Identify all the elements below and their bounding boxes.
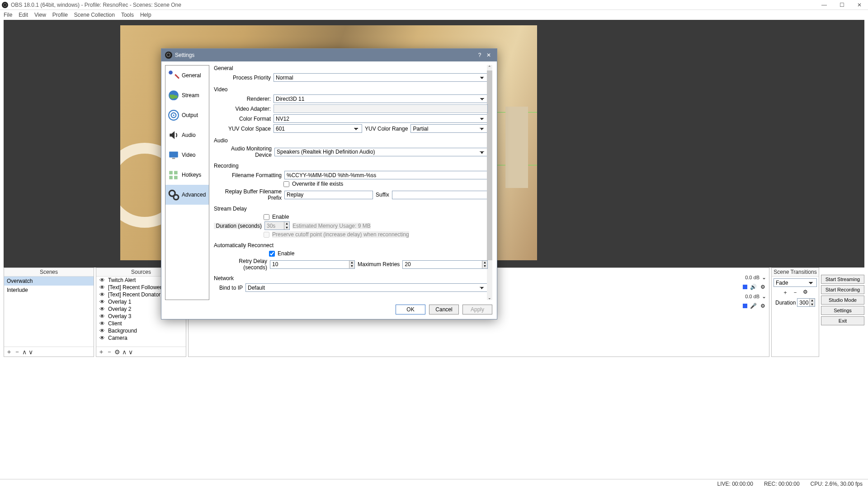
chevron-down-icon[interactable]: ⌄	[762, 293, 766, 300]
menubar: File Edit View Profile Scene Collection …	[0, 10, 868, 20]
menu-edit[interactable]: Edit	[19, 12, 28, 18]
settings-dialog: Settings ? ✕ General Stream Output Audio	[161, 48, 497, 319]
start-streaming-button[interactable]: Start Streaming	[821, 275, 864, 284]
ok-button[interactable]: OK	[396, 305, 425, 314]
retry-delay-input[interactable]	[270, 260, 355, 269]
exit-button[interactable]: Exit	[821, 316, 864, 325]
help-icon[interactable]: ?	[475, 52, 484, 58]
scene-item[interactable]: Interlude	[4, 286, 94, 295]
move-up-icon[interactable]: ∧	[22, 348, 27, 356]
sidebar-item-stream[interactable]: Stream	[165, 85, 209, 105]
filename-format-input[interactable]	[284, 171, 488, 179]
transition-select[interactable]: Fade	[774, 278, 817, 287]
source-label: Camera	[108, 335, 127, 341]
sidebar-item-hotkeys[interactable]: Hotkeys	[165, 165, 209, 185]
add-icon[interactable]: ＋	[6, 348, 12, 356]
sidebar-item-label: Output	[182, 112, 198, 118]
renderer-select[interactable]: Direct3D 11	[274, 94, 488, 103]
mic-muted-icon[interactable]: 🎤	[750, 302, 757, 310]
studio-mode-button[interactable]: Studio Mode	[821, 296, 864, 305]
menu-view[interactable]: View	[34, 12, 46, 18]
scrollbar-thumb[interactable]	[487, 70, 492, 260]
menu-profile[interactable]: Profile	[52, 12, 68, 18]
source-item[interactable]: 👁Background	[96, 327, 186, 334]
scenes-header: Scenes	[4, 268, 94, 277]
max-retries-input[interactable]	[402, 260, 488, 269]
spin-down-icon[interactable]: ▼	[349, 264, 354, 268]
stream-delay-enable-checkbox[interactable]	[264, 214, 269, 220]
remove-icon[interactable]: －	[106, 348, 113, 356]
chevron-down-icon[interactable]: ⌄	[762, 274, 766, 281]
volume-slider[interactable]	[743, 285, 747, 289]
minimize-icon[interactable]: —	[821, 2, 827, 8]
eye-icon[interactable]: 👁	[99, 277, 105, 283]
move-down-icon[interactable]: ∨	[128, 348, 133, 356]
remove-icon[interactable]: －	[791, 289, 799, 296]
spin-down-icon[interactable]: ▼	[809, 303, 815, 307]
eye-icon[interactable]: 👁	[99, 284, 105, 291]
process-priority-select[interactable]: Normal	[274, 73, 488, 82]
menu-tools[interactable]: Tools	[121, 12, 134, 18]
eye-icon[interactable]: 👁	[99, 313, 105, 319]
maximize-icon[interactable]: ☐	[840, 2, 844, 8]
start-recording-button[interactable]: Start Recording	[821, 285, 864, 294]
suffix-label: Suffix	[376, 192, 389, 198]
volume-slider[interactable]	[743, 304, 747, 308]
add-icon[interactable]: ＋	[98, 348, 104, 356]
move-up-icon[interactable]: ∧	[122, 348, 127, 356]
replay-prefix-input[interactable]	[284, 191, 373, 199]
bind-ip-select[interactable]: Default	[245, 283, 488, 292]
yuv-space-select[interactable]: 601	[274, 124, 362, 133]
eye-icon[interactable]: 👁	[99, 320, 105, 327]
eye-icon[interactable]: 👁	[99, 328, 105, 334]
speaker-icon[interactable]: 🔊	[750, 283, 757, 291]
move-down-icon[interactable]: ∨	[28, 348, 33, 356]
add-icon[interactable]: ＋	[781, 289, 789, 296]
sidebar-item-video[interactable]: Video	[165, 145, 209, 165]
gear-icon[interactable]: ⚙	[759, 283, 766, 291]
svg-rect-10	[174, 176, 178, 179]
renderer-label: Renderer:	[214, 96, 271, 102]
mixer-db-1: 0.0 dB	[745, 275, 760, 280]
sidebar-item-audio[interactable]: Audio	[165, 125, 209, 145]
eye-icon[interactable]: 👁	[99, 306, 105, 312]
source-item[interactable]: 👁Client	[96, 320, 186, 327]
sidebar-item-output[interactable]: Output	[165, 105, 209, 125]
gear-icon[interactable]: ⚙	[759, 302, 766, 310]
cancel-button[interactable]: Cancel	[429, 305, 459, 314]
yuv-range-select[interactable]: Partial	[410, 124, 488, 133]
menu-help[interactable]: Help	[140, 12, 151, 18]
settings-button[interactable]: Settings	[821, 306, 864, 315]
close-icon[interactable]: ✕	[857, 2, 862, 8]
sidebar-item-advanced[interactable]: Advanced	[165, 185, 209, 205]
spin-up-icon[interactable]: ▲	[482, 261, 487, 265]
menu-file[interactable]: File	[4, 12, 12, 18]
close-icon[interactable]: ✕	[484, 52, 493, 58]
overwrite-checkbox[interactable]	[283, 181, 289, 187]
scene-item[interactable]: Overwatch	[4, 277, 94, 286]
dialog-titlebar[interactable]: Settings ? ✕	[161, 49, 497, 61]
selection-box[interactable]	[496, 112, 537, 165]
dialog-title: Settings	[175, 52, 194, 58]
sidebar-item-general[interactable]: General	[165, 66, 209, 85]
eye-icon[interactable]: 👁	[99, 299, 105, 305]
source-label: Client	[108, 320, 122, 327]
audio-monitoring-select[interactable]: Speakers (Realtek High Definition Audio)	[274, 148, 488, 156]
spin-up-icon[interactable]: ▲	[809, 299, 815, 303]
auto-reconnect-enable-checkbox[interactable]	[269, 251, 275, 257]
eye-icon[interactable]: 👁	[99, 291, 105, 298]
section-audio: Audio	[214, 137, 488, 144]
remove-icon[interactable]: －	[14, 348, 20, 356]
source-item[interactable]: 👁Camera	[96, 334, 186, 342]
sidebar-item-label: Hotkeys	[182, 172, 201, 178]
color-format-select[interactable]: NV12	[274, 114, 488, 123]
suffix-input[interactable]	[392, 191, 488, 199]
gear-icon[interactable]: ⚙	[801, 289, 809, 296]
menu-scene-collection[interactable]: Scene Collection	[74, 12, 115, 18]
apply-button[interactable]: Apply	[462, 305, 492, 314]
eye-icon[interactable]: 👁	[99, 335, 105, 341]
spin-up-icon[interactable]: ▲	[349, 261, 354, 265]
controls-panel: Start Streaming Start Recording Studio M…	[821, 267, 864, 357]
spin-down-icon[interactable]: ▼	[482, 264, 487, 268]
gear-icon[interactable]: ⚙	[114, 348, 120, 356]
